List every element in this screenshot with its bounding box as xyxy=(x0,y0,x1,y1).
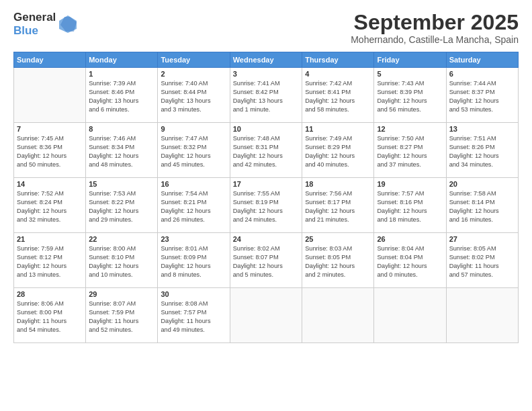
calendar-cell: 1Sunrise: 7:39 AM Sunset: 8:46 PM Daylig… xyxy=(86,68,158,123)
day-info: Sunrise: 8:02 AM Sunset: 8:07 PM Dayligh… xyxy=(233,244,299,279)
header-saturday: Saturday xyxy=(446,52,518,68)
day-info: Sunrise: 7:53 AM Sunset: 8:22 PM Dayligh… xyxy=(89,189,154,224)
calendar-cell xyxy=(302,288,374,343)
day-number: 13 xyxy=(449,125,515,133)
day-number: 14 xyxy=(17,180,83,188)
calendar-cell: 18Sunrise: 7:56 AM Sunset: 8:17 PM Dayli… xyxy=(302,178,374,233)
day-number: 26 xyxy=(377,235,443,243)
logo-icon xyxy=(58,14,78,34)
calendar-cell: 22Sunrise: 8:00 AM Sunset: 8:10 PM Dayli… xyxy=(86,233,158,288)
day-info: Sunrise: 7:44 AM Sunset: 8:37 PM Dayligh… xyxy=(449,79,515,114)
logo-blue: Blue xyxy=(13,24,38,37)
subtitle: Mohernando, Castille-La Mancha, Spain xyxy=(351,34,519,45)
header-wednesday: Wednesday xyxy=(230,52,302,68)
day-number: 21 xyxy=(17,235,83,243)
day-info: Sunrise: 7:39 AM Sunset: 8:46 PM Dayligh… xyxy=(89,79,154,114)
day-info: Sunrise: 7:45 AM Sunset: 8:36 PM Dayligh… xyxy=(17,134,83,169)
day-info: Sunrise: 7:59 AM Sunset: 8:12 PM Dayligh… xyxy=(17,244,83,279)
header-tuesday: Tuesday xyxy=(158,52,230,68)
day-info: Sunrise: 7:54 AM Sunset: 8:21 PM Dayligh… xyxy=(161,189,226,224)
calendar-cell: 9Sunrise: 7:47 AM Sunset: 8:32 PM Daylig… xyxy=(158,123,230,178)
calendar-cell: 16Sunrise: 7:54 AM Sunset: 8:21 PM Dayli… xyxy=(158,178,230,233)
day-number: 10 xyxy=(233,125,299,133)
day-info: Sunrise: 7:42 AM Sunset: 8:41 PM Dayligh… xyxy=(305,79,371,114)
header-sunday: Sunday xyxy=(14,52,86,68)
calendar-cell: 14Sunrise: 7:52 AM Sunset: 8:24 PM Dayli… xyxy=(14,178,86,233)
day-number: 5 xyxy=(377,70,443,78)
calendar-cell: 24Sunrise: 8:02 AM Sunset: 8:07 PM Dayli… xyxy=(230,233,302,288)
logo: General Blue xyxy=(13,11,78,38)
calendar-cell: 10Sunrise: 7:48 AM Sunset: 8:31 PM Dayli… xyxy=(230,123,302,178)
calendar-cell: 6Sunrise: 7:44 AM Sunset: 8:37 PM Daylig… xyxy=(446,68,518,123)
day-number: 9 xyxy=(161,125,226,133)
day-number: 18 xyxy=(305,180,371,188)
calendar-cell: 29Sunrise: 8:07 AM Sunset: 7:59 PM Dayli… xyxy=(86,288,158,343)
calendar-cell: 17Sunrise: 7:55 AM Sunset: 8:19 PM Dayli… xyxy=(230,178,302,233)
day-number: 22 xyxy=(89,235,154,243)
calendar-cell: 12Sunrise: 7:50 AM Sunset: 8:27 PM Dayli… xyxy=(374,123,446,178)
day-info: Sunrise: 8:00 AM Sunset: 8:10 PM Dayligh… xyxy=(89,244,154,279)
calendar-cell: 23Sunrise: 8:01 AM Sunset: 8:09 PM Dayli… xyxy=(158,233,230,288)
calendar-cell: 27Sunrise: 8:05 AM Sunset: 8:02 PM Dayli… xyxy=(446,233,518,288)
calendar-cell: 15Sunrise: 7:53 AM Sunset: 8:22 PM Dayli… xyxy=(86,178,158,233)
calendar-cell: 19Sunrise: 7:57 AM Sunset: 8:16 PM Dayli… xyxy=(374,178,446,233)
day-number: 1 xyxy=(89,70,154,78)
day-info: Sunrise: 7:58 AM Sunset: 8:14 PM Dayligh… xyxy=(449,189,515,224)
day-number: 15 xyxy=(89,180,154,188)
day-number: 2 xyxy=(161,70,226,78)
day-info: Sunrise: 7:55 AM Sunset: 8:19 PM Dayligh… xyxy=(233,189,299,224)
day-info: Sunrise: 8:06 AM Sunset: 8:00 PM Dayligh… xyxy=(17,300,83,334)
day-info: Sunrise: 8:07 AM Sunset: 7:59 PM Dayligh… xyxy=(89,300,154,334)
day-number: 29 xyxy=(89,290,154,298)
day-info: Sunrise: 8:04 AM Sunset: 8:04 PM Dayligh… xyxy=(377,244,443,279)
calendar-cell: 20Sunrise: 7:58 AM Sunset: 8:14 PM Dayli… xyxy=(446,178,518,233)
day-info: Sunrise: 7:49 AM Sunset: 8:29 PM Dayligh… xyxy=(305,134,371,169)
calendar-week-4: 21Sunrise: 7:59 AM Sunset: 8:12 PM Dayli… xyxy=(14,233,519,288)
calendar-cell: 2Sunrise: 7:40 AM Sunset: 8:44 PM Daylig… xyxy=(158,68,230,123)
header-thursday: Thursday xyxy=(302,52,374,68)
calendar-cell: 4Sunrise: 7:42 AM Sunset: 8:41 PM Daylig… xyxy=(302,68,374,123)
day-info: Sunrise: 7:40 AM Sunset: 8:44 PM Dayligh… xyxy=(161,79,226,114)
calendar-table: Sunday Monday Tuesday Wednesday Thursday… xyxy=(13,52,519,343)
calendar-cell: 5Sunrise: 7:43 AM Sunset: 8:39 PM Daylig… xyxy=(374,68,446,123)
calendar-cell xyxy=(230,288,302,343)
day-number: 27 xyxy=(449,235,515,243)
day-info: Sunrise: 7:47 AM Sunset: 8:32 PM Dayligh… xyxy=(161,134,226,169)
day-number: 11 xyxy=(305,125,371,133)
calendar-cell xyxy=(446,288,518,343)
calendar-week-2: 7Sunrise: 7:45 AM Sunset: 8:36 PM Daylig… xyxy=(14,123,519,178)
day-number: 8 xyxy=(89,125,154,133)
calendar-week-5: 28Sunrise: 8:06 AM Sunset: 8:00 PM Dayli… xyxy=(14,288,519,343)
day-info: Sunrise: 7:48 AM Sunset: 8:31 PM Dayligh… xyxy=(233,134,299,169)
title-block: September 2025 Mohernando, Castille-La M… xyxy=(351,11,519,45)
day-info: Sunrise: 7:51 AM Sunset: 8:26 PM Dayligh… xyxy=(449,134,515,169)
calendar-cell: 13Sunrise: 7:51 AM Sunset: 8:26 PM Dayli… xyxy=(446,123,518,178)
calendar-cell: 25Sunrise: 8:03 AM Sunset: 8:05 PM Dayli… xyxy=(302,233,374,288)
day-info: Sunrise: 7:57 AM Sunset: 8:16 PM Dayligh… xyxy=(377,189,443,224)
day-info: Sunrise: 8:08 AM Sunset: 7:57 PM Dayligh… xyxy=(161,300,226,334)
day-info: Sunrise: 7:46 AM Sunset: 8:34 PM Dayligh… xyxy=(89,134,154,169)
calendar-cell: 21Sunrise: 7:59 AM Sunset: 8:12 PM Dayli… xyxy=(14,233,86,288)
calendar-cell: 7Sunrise: 7:45 AM Sunset: 8:36 PM Daylig… xyxy=(14,123,86,178)
day-number: 6 xyxy=(449,70,515,78)
month-title: September 2025 xyxy=(351,11,519,34)
day-number: 12 xyxy=(377,125,443,133)
calendar-cell: 30Sunrise: 8:08 AM Sunset: 7:57 PM Dayli… xyxy=(158,288,230,343)
calendar-cell: 3Sunrise: 7:41 AM Sunset: 8:42 PM Daylig… xyxy=(230,68,302,123)
day-number: 16 xyxy=(161,180,226,188)
day-info: Sunrise: 8:05 AM Sunset: 8:02 PM Dayligh… xyxy=(449,244,515,279)
day-number: 23 xyxy=(161,235,226,243)
day-number: 17 xyxy=(233,180,299,188)
logo-general: General xyxy=(13,11,56,24)
calendar-cell: 8Sunrise: 7:46 AM Sunset: 8:34 PM Daylig… xyxy=(86,123,158,178)
day-number: 4 xyxy=(305,70,371,78)
day-info: Sunrise: 8:01 AM Sunset: 8:09 PM Dayligh… xyxy=(161,244,226,279)
header-friday: Friday xyxy=(374,52,446,68)
day-info: Sunrise: 7:43 AM Sunset: 8:39 PM Dayligh… xyxy=(377,79,443,114)
calendar-cell xyxy=(374,288,446,343)
day-info: Sunrise: 7:52 AM Sunset: 8:24 PM Dayligh… xyxy=(17,189,83,224)
calendar-week-1: 1Sunrise: 7:39 AM Sunset: 8:46 PM Daylig… xyxy=(14,68,519,123)
day-number: 25 xyxy=(305,235,371,243)
day-info: Sunrise: 7:50 AM Sunset: 8:27 PM Dayligh… xyxy=(377,134,443,169)
day-info: Sunrise: 7:41 AM Sunset: 8:42 PM Dayligh… xyxy=(233,79,299,114)
